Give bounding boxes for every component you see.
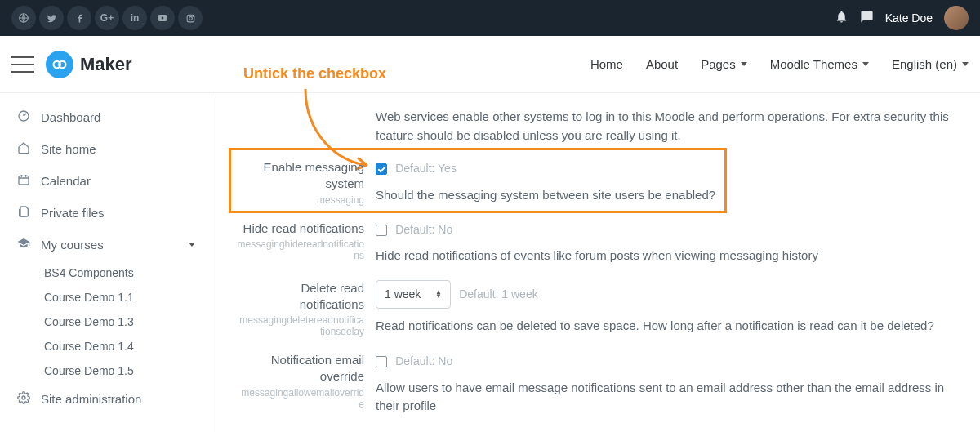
select-spinner-icon: ▲▼ — [435, 290, 442, 298]
chevron-down-icon — [189, 243, 195, 247]
header: Maker Home About Pages Moodle Themes Eng… — [0, 36, 980, 93]
sidebar: Dashboard Site home Calendar Private fil… — [0, 93, 212, 432]
default-text: Default: Yes — [395, 162, 457, 175]
chevron-down-icon — [741, 62, 747, 66]
nav-themes-label: Moodle Themes — [770, 57, 858, 71]
default-text: Default: No — [395, 223, 452, 236]
sidebar-item-privatefiles[interactable]: Private files — [0, 197, 212, 229]
nav-about-label: About — [646, 57, 678, 71]
avatar[interactable] — [944, 6, 969, 30]
globe-icon[interactable] — [11, 6, 36, 30]
main-nav: Home About Pages Moodle Themes English (… — [590, 57, 969, 71]
course-link[interactable]: Course Demo 1.1 — [0, 285, 212, 310]
nav-language[interactable]: English (en) — [892, 57, 969, 71]
nav-home[interactable]: Home — [590, 57, 623, 71]
setting-desc: Allow users to have email message notifi… — [376, 379, 956, 416]
sidebar-item-mycourses[interactable]: My courses — [0, 229, 212, 261]
sidebar-item-calendar[interactable]: Calendar — [0, 165, 212, 197]
course-label: Course Demo 1.3 — [44, 315, 134, 328]
nav-moodle-themes[interactable]: Moodle Themes — [770, 57, 869, 71]
nav-home-label: Home — [590, 57, 623, 71]
setting-row-hidereadnotif: Hide read notifications messaginghiderea… — [237, 220, 956, 265]
select-value: 1 week — [385, 286, 421, 303]
setting-key: messagingdeletereadnotificationsdelay — [237, 314, 364, 337]
setting-label: Enable messaging system — [237, 159, 364, 193]
setting-key: messagingallowemailoverride — [237, 387, 364, 410]
linkedin-icon[interactable]: in — [122, 6, 147, 30]
setting-desc: Should the messaging system between site… — [376, 186, 956, 205]
setting-row-messaging: Enable messaging system messaging Defaul… — [237, 159, 956, 206]
course-label: BS4 Components — [44, 266, 134, 279]
chat-icon[interactable] — [860, 10, 874, 27]
course-link[interactable]: Course Demo 1.4 — [0, 334, 212, 359]
sidebar-item-label: Private files — [41, 206, 105, 220]
nav-pages-label: Pages — [701, 57, 736, 71]
brand-name: Maker — [80, 54, 132, 75]
sidebar-item-dashboard[interactable]: Dashboard — [0, 101, 212, 133]
grad-cap-icon — [16, 237, 31, 252]
instagram-icon[interactable] — [178, 6, 203, 30]
chevron-down-icon — [962, 62, 969, 66]
checkbox-messaging[interactable] — [376, 163, 387, 175]
youtube-icon[interactable] — [150, 6, 175, 30]
sidebar-item-label: Dashboard — [41, 110, 100, 124]
bell-icon[interactable] — [835, 10, 849, 27]
checkbox-hidereadnotif[interactable] — [376, 225, 387, 236]
brand-logo[interactable]: Maker — [46, 51, 132, 78]
course-link[interactable]: Course Demo 1.5 — [0, 359, 212, 383]
nav-lang-label: English (en) — [892, 57, 957, 71]
home-icon — [16, 141, 31, 157]
calendar-icon — [16, 173, 31, 189]
setting-key: messaginghidereadnotifications — [237, 238, 364, 261]
nav-about[interactable]: About — [646, 57, 678, 71]
twitter-icon[interactable] — [39, 6, 64, 30]
course-label: Course Demo 1.1 — [44, 291, 134, 304]
course-link[interactable]: BS4 Components — [0, 261, 212, 285]
setting-label: Delete read notifications — [237, 280, 364, 314]
dashboard-icon — [16, 109, 31, 125]
setting-row-emailoverride: Notification email override messagingall… — [237, 352, 956, 416]
nav-pages[interactable]: Pages — [701, 57, 747, 71]
chevron-down-icon — [862, 62, 869, 66]
select-deletenotif[interactable]: 1 week ▲▼ — [376, 280, 451, 309]
default-text: Default: No — [395, 354, 452, 367]
course-label: Course Demo 1.4 — [44, 340, 134, 353]
svg-point-2 — [189, 16, 192, 20]
setting-label: Hide read notifications — [237, 220, 364, 237]
setting-label: Notification email override — [237, 352, 364, 385]
sidebar-item-siteadmin[interactable]: Site administration — [0, 383, 212, 415]
topbar-user: Kate Doe — [835, 6, 969, 30]
settings-panel: Web services enable other systems to log… — [212, 93, 980, 432]
sidebar-item-sitehome[interactable]: Site home — [0, 133, 212, 165]
social-links: G+ in — [11, 6, 203, 30]
course-link[interactable]: Course Demo 1.3 — [0, 310, 212, 334]
sidebar-item-label: Site administration — [41, 392, 141, 406]
svg-rect-7 — [19, 176, 29, 185]
gear-icon — [16, 391, 31, 407]
setting-desc: Read notifications can be deleted to sav… — [376, 317, 956, 336]
checkbox-emailoverride[interactable] — [376, 356, 387, 367]
setting-desc: Hide read notifications of events like f… — [376, 247, 956, 265]
setting-desc: Web services enable other systems to log… — [376, 108, 956, 145]
sidebar-item-label: My courses — [41, 238, 104, 252]
annotation-callout: Untick the checkbox — [243, 65, 386, 82]
sidebar-item-label: Calendar — [41, 174, 91, 188]
google-plus-icon[interactable]: G+ — [95, 6, 119, 30]
facebook-icon[interactable] — [67, 6, 91, 30]
svg-point-3 — [192, 16, 193, 16]
logo-mark-icon — [46, 51, 74, 78]
course-label: Course Demo 1.5 — [44, 364, 134, 377]
files-icon — [16, 205, 31, 220]
svg-point-8 — [22, 396, 25, 399]
hamburger-icon[interactable] — [11, 56, 34, 73]
setting-row-deletenotif: Delete read notifications messagingdelet… — [237, 280, 956, 338]
username[interactable]: Kate Doe — [885, 11, 933, 24]
setting-key: messaging — [237, 194, 364, 206]
topbar: G+ in Kate Doe — [0, 0, 980, 36]
sidebar-item-label: Site home — [41, 142, 96, 156]
default-text: Default: 1 week — [459, 287, 538, 301]
